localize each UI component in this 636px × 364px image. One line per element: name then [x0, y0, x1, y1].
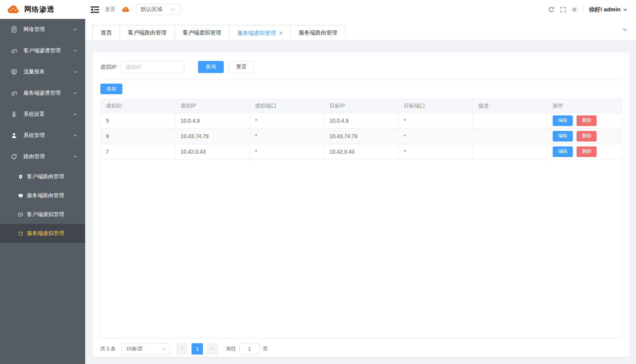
sidebar-subitem-client-route[interactable]: 客户端路由管理 — [0, 167, 85, 186]
cell-virtual-id: 5 — [101, 113, 175, 128]
link-icon — [11, 48, 17, 54]
app-title: 网络渗透 — [24, 5, 55, 14]
chevron-down-icon — [170, 7, 175, 12]
virtual-ip-label: 虚拟IP — [100, 64, 117, 71]
sidebar-item-system-settings[interactable]: 系统设置 — [0, 104, 85, 125]
header-divider — [583, 6, 583, 13]
delete-button[interactable]: 删除 — [577, 146, 597, 157]
sidebar: 网络管理 客户端渗透管理 流量报表 服务端渗透管理 系统设置 系统管理 — [0, 19, 85, 364]
region-select-value: 默认区域 — [141, 6, 162, 13]
link-icon — [11, 90, 17, 96]
section-divider — [101, 79, 622, 79]
column-header-virtual-id: 虚拟ID — [101, 99, 175, 113]
cell-actions: 编辑删除 — [547, 144, 622, 159]
content-card: 虚拟IP 查询 重置 添加 虚拟ID 虚拟IP 虚拟端口 目标IP 目标端口 描… — [92, 52, 630, 357]
sidebar-fold-icon[interactable] — [90, 6, 99, 13]
sidebar-subitem-label: 服务端路由管理 — [27, 192, 64, 199]
user-icon — [11, 132, 17, 138]
refresh-icon[interactable] — [548, 6, 555, 13]
tab-server-virtual[interactable]: 服务端虚拟管理× — [229, 25, 291, 40]
sidebar-item-label: 服务端渗透管理 — [23, 90, 61, 96]
sidebar-subitem-server-route[interactable]: 服务端路由管理 — [0, 186, 85, 205]
tab-client-virtual[interactable]: 客户端虚拟管理 — [175, 25, 230, 40]
sidebar-subitem-server-virtual[interactable]: 服务端虚拟管理 — [0, 224, 85, 243]
tab-home[interactable]: 首页 — [92, 25, 120, 40]
cell-virtual-ip: 10.43.74.79 — [175, 128, 250, 144]
page-size-value: 10条/页 — [126, 345, 143, 352]
chevron-up-icon — [73, 154, 78, 159]
add-button[interactable]: 添加 — [100, 84, 122, 94]
chevron-down-icon — [73, 91, 78, 95]
cell-virtual-port: * — [249, 128, 324, 144]
monitor-icon — [18, 193, 23, 198]
delete-button[interactable]: 删除 — [577, 131, 597, 142]
breadcrumb[interactable]: 首页 — [105, 6, 115, 13]
chevron-down-icon — [73, 27, 78, 32]
pagination-total: 共 3 条 — [100, 345, 115, 352]
user-greeting: 你好! admin — [589, 6, 620, 13]
user-menu[interactable]: 你好! admin — [589, 6, 628, 13]
sidebar-item-system-management[interactable]: 系统管理 — [0, 125, 85, 146]
sidebar-item-label: 客户端渗透管理 — [23, 47, 61, 54]
sidebar-subitem-client-virtual[interactable]: 客户端虚拟管理 — [0, 205, 85, 224]
chevron-down-icon — [623, 7, 628, 12]
sidebar-item-label: 系统设置 — [23, 111, 45, 118]
top-bar: 网络渗透 首页 默认区域 — [0, 0, 636, 19]
cell-virtual-ip: 10.42.0.43 — [175, 144, 250, 159]
next-page-button[interactable] — [207, 343, 218, 355]
column-header-actions: 操作 — [547, 99, 622, 113]
tab-server-route[interactable]: 服务端路由管理 — [291, 25, 346, 40]
table-row: 6 10.43.74.79 * 10.43.74.79 * 编辑删除 — [101, 128, 622, 144]
cell-virtual-id: 7 — [101, 144, 175, 159]
chevron-left-icon — [180, 347, 184, 351]
data-board-icon — [11, 69, 17, 75]
sidebar-item-server-penetration[interactable]: 服务端渗透管理 — [0, 82, 85, 104]
cell-target-port: * — [398, 144, 473, 159]
tab-label: 首页 — [101, 30, 112, 36]
cell-actions: 编辑删除 — [547, 128, 622, 144]
edit-button[interactable]: 编辑 — [553, 146, 573, 157]
prev-page-button[interactable] — [176, 343, 188, 355]
goto-page-input[interactable] — [239, 343, 259, 355]
page-number-button[interactable]: 1 — [192, 343, 203, 355]
cell-virtual-port: * — [249, 144, 324, 159]
virtual-table: 虚拟ID 虚拟IP 虚拟端口 目标IP 目标端口 描述 操作 5 10.0.4.… — [100, 99, 622, 339]
tab-client-route[interactable]: 客户端路由管理 — [120, 25, 175, 40]
cell-description — [473, 128, 547, 144]
sidebar-item-traffic-report[interactable]: 流量报表 — [0, 61, 85, 82]
sidebar-subitem-label: 客户端虚拟管理 — [27, 211, 64, 218]
page-size-select[interactable]: 10条/页 — [122, 343, 170, 355]
sidebar-item-label: 流量报表 — [23, 68, 45, 75]
edit-button[interactable]: 编辑 — [553, 115, 573, 126]
sidebar-item-client-penetration[interactable]: 客户端渗透管理 — [0, 40, 85, 61]
sidebar-item-network-management[interactable]: 网络管理 — [0, 19, 85, 40]
sidebar-subitem-label: 服务端虚拟管理 — [27, 230, 64, 237]
refresh-icon — [18, 231, 23, 236]
sidebar-item-route-management[interactable]: 路由管理 — [0, 146, 85, 167]
tab-close-icon[interactable]: × — [279, 30, 283, 36]
search-button[interactable]: 查询 — [198, 61, 224, 73]
column-header-description: 描述 — [473, 99, 547, 113]
theme-sun-icon[interactable] — [572, 7, 577, 12]
reset-button[interactable]: 重置 — [229, 61, 254, 73]
header-nav: 首页 默认区域 — [85, 0, 636, 19]
column-header-target-port: 目标端口 — [398, 99, 473, 113]
tab-label: 服务端虚拟管理 — [237, 30, 276, 36]
tab-overflow-chevron-icon[interactable] — [622, 27, 628, 33]
cell-target-ip: 10.0.4.9 — [324, 113, 399, 128]
fullscreen-icon[interactable] — [560, 7, 566, 12]
document-icon — [11, 26, 17, 33]
cell-description — [473, 144, 547, 159]
cell-target-ip: 10.42.0.43 — [324, 144, 399, 159]
virtual-ip-input[interactable] — [121, 61, 184, 73]
edit-button[interactable]: 编辑 — [553, 131, 573, 142]
header-actions: 你好! admin — [548, 6, 636, 13]
cell-description — [473, 113, 547, 128]
cloud-logo-icon — [6, 5, 20, 15]
page-suffix-label: 页 — [263, 345, 268, 352]
delete-button[interactable]: 删除 — [577, 115, 597, 126]
region-select[interactable]: 默认区域 — [136, 4, 181, 15]
sidebar-item-label: 网络管理 — [23, 26, 45, 33]
cell-virtual-id: 6 — [101, 128, 175, 144]
tab-bar: 首页 客户端路由管理 客户端虚拟管理 服务端虚拟管理× 服务端路由管理 — [85, 19, 636, 40]
